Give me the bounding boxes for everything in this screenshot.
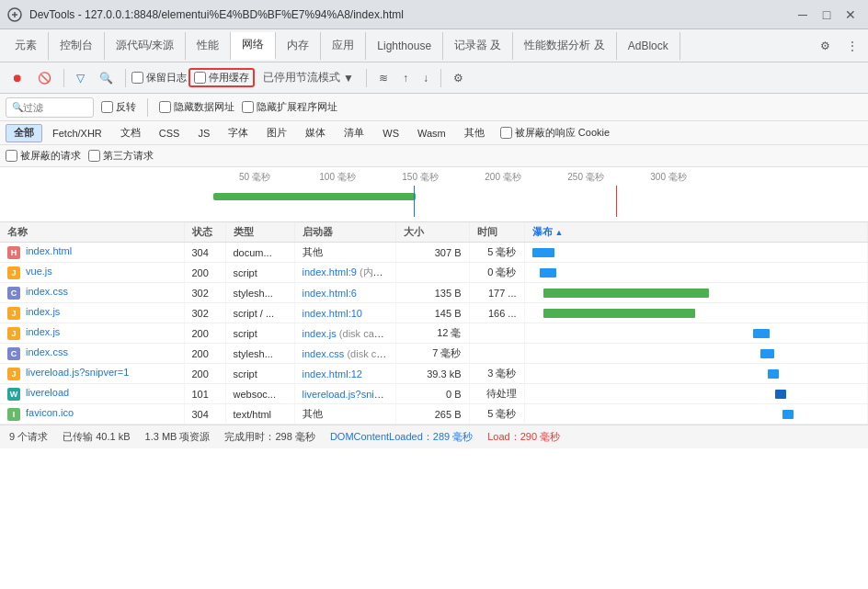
col-header-waterfall[interactable]: 瀑布 ▲ bbox=[524, 222, 868, 243]
tab-application[interactable]: 应用 bbox=[321, 32, 366, 60]
table-row[interactable]: J index.js 302 script / ... index.html:1… bbox=[0, 303, 868, 323]
file-name-link[interactable]: index.css bbox=[26, 346, 68, 357]
type-btn-media[interactable]: 媒体 bbox=[297, 124, 334, 142]
invert-toggle[interactable]: 反转 bbox=[101, 100, 136, 114]
network-table-wrap[interactable]: 名称 状态 类型 启动器 大小 时间 瀑布 ▲ H index.html 3 bbox=[0, 222, 868, 425]
type-btn-doc[interactable]: 文档 bbox=[112, 124, 149, 142]
tab-recorder[interactable]: 记录器 及 bbox=[443, 32, 513, 60]
more-options-button[interactable]: ⋮ bbox=[840, 34, 864, 58]
timeline: 50 毫秒 100 毫秒 150 毫秒 200 毫秒 250 毫秒 300 毫秒 bbox=[0, 167, 868, 222]
preserve-log-checkbox[interactable] bbox=[131, 72, 143, 84]
table-row[interactable]: I favicon.ico 304 text/html 其他 265 B 5 毫… bbox=[0, 404, 868, 425]
type-btn-css[interactable]: CSS bbox=[151, 124, 188, 142]
file-name-link[interactable]: index.css bbox=[26, 286, 68, 297]
third-party-toggle[interactable]: 第三方请求 bbox=[88, 149, 154, 163]
table-row[interactable]: H index.html 304 docum... 其他 307 B 5 毫秒 bbox=[0, 243, 868, 263]
file-name-link[interactable]: livereload.js?snipver=1 bbox=[26, 367, 129, 378]
type-text: text/html bbox=[234, 409, 272, 420]
col-header-status[interactable]: 状态 bbox=[184, 222, 225, 243]
tab-lighthouse[interactable]: Lighthouse bbox=[366, 32, 443, 60]
wifi-button[interactable]: ≋ bbox=[372, 66, 394, 90]
tab-elements[interactable]: 元素 bbox=[4, 32, 49, 60]
invert-checkbox[interactable] bbox=[101, 101, 113, 113]
tab-sources[interactable]: 源代码/来源 bbox=[105, 32, 186, 60]
settings-button[interactable]: ⚙ bbox=[814, 34, 837, 58]
type-btn-other[interactable]: 其他 bbox=[456, 124, 493, 142]
filter-input[interactable] bbox=[23, 102, 87, 113]
disable-cache-checkbox[interactable] bbox=[194, 72, 206, 84]
initiator-link[interactable]: index.html:12 bbox=[303, 368, 362, 379]
initiator-link[interactable]: index.html:10 bbox=[303, 308, 362, 319]
col-header-name[interactable]: 名称 bbox=[0, 222, 184, 243]
initiator-link[interactable]: index.html:9 bbox=[303, 266, 357, 278]
clear-button[interactable]: 🚫 bbox=[31, 66, 58, 90]
initiator-link[interactable]: index.js bbox=[303, 328, 337, 339]
type-btn-font[interactable]: 字体 bbox=[220, 124, 257, 142]
type-btn-wasm[interactable]: Wasm bbox=[409, 124, 454, 142]
initiator-link[interactable]: index.css bbox=[303, 348, 345, 359]
tab-performance[interactable]: 性能 bbox=[186, 32, 231, 60]
import-button[interactable]: ↑ bbox=[396, 66, 415, 90]
initiator-link[interactable]: livereload.js?snip… bbox=[303, 389, 390, 400]
type-btn-manifest[interactable]: 清单 bbox=[336, 124, 372, 142]
table-row[interactable]: W livereload 101 websoc... livereload.js… bbox=[0, 384, 868, 404]
type-btn-img[interactable]: 图片 bbox=[258, 124, 295, 142]
cell-status: 302 bbox=[184, 283, 225, 303]
disable-cache-toggle[interactable]: 停用缓存 bbox=[194, 71, 249, 85]
tab-network[interactable]: 网络 bbox=[231, 32, 276, 60]
col-header-time[interactable]: 时间 bbox=[469, 222, 524, 243]
close-button[interactable]: ✕ bbox=[840, 5, 861, 25]
tab-adblock[interactable]: AdBlock bbox=[617, 32, 680, 60]
search-button[interactable]: 🔍 bbox=[93, 66, 120, 90]
type-btn-ws[interactable]: WS bbox=[374, 124, 407, 142]
file-name-link[interactable]: index.js bbox=[26, 326, 60, 337]
minimize-button[interactable]: ─ bbox=[793, 5, 813, 25]
filter-button[interactable]: ▽ bbox=[70, 66, 91, 90]
file-name-link[interactable]: index.html bbox=[26, 245, 72, 256]
hide-ext-toggle[interactable]: 隐藏扩展程序网址 bbox=[242, 100, 337, 114]
network-settings-icon: ⚙ bbox=[453, 72, 463, 85]
col-header-size[interactable]: 大小 bbox=[395, 222, 469, 243]
blocked-cookie-checkbox[interactable] bbox=[500, 127, 512, 139]
table-row[interactable]: J vue.js 200 script index.html:9 (内存缓… 0… bbox=[0, 263, 868, 283]
preserve-log-toggle[interactable]: 保留日志 bbox=[131, 71, 187, 85]
file-name-link[interactable]: livereload bbox=[26, 387, 69, 398]
export-button[interactable]: ↓ bbox=[417, 66, 435, 90]
waterfall-bar bbox=[760, 349, 774, 358]
window-title: DevTools - 127.0.0.1:8848/elementui%E4%B… bbox=[29, 8, 785, 21]
waterfall-bar-wrap bbox=[532, 347, 861, 360]
col-header-type[interactable]: 类型 bbox=[225, 222, 294, 243]
maximize-button[interactable]: □ bbox=[817, 5, 837, 25]
file-name-link[interactable]: vue.js bbox=[26, 266, 52, 277]
blocked-cookie-toggle[interactable]: 被屏蔽的响应 Cookie bbox=[500, 126, 610, 140]
throttle-button[interactable]: 已停用节流模式 ▼ bbox=[257, 66, 360, 90]
preserve-log-label: 保留日志 bbox=[146, 71, 187, 85]
tl-label-4: 250 毫秒 bbox=[544, 171, 627, 184]
col-header-initiator[interactable]: 启动器 bbox=[294, 222, 395, 243]
blocked-requests-toggle[interactable]: 被屏蔽的请求 bbox=[6, 149, 81, 163]
cell-size: 265 B bbox=[395, 404, 469, 425]
finish-time: 完成用时：298 毫秒 bbox=[224, 430, 314, 444]
hide-data-urls-checkbox[interactable] bbox=[159, 101, 171, 113]
file-name-link[interactable]: favicon.ico bbox=[26, 407, 74, 418]
file-name-link[interactable]: index.js bbox=[26, 306, 60, 317]
table-row[interactable]: J index.js 200 script index.js (disk cac… bbox=[0, 323, 868, 344]
table-row[interactable]: C index.css 200 stylesh... index.css (di… bbox=[0, 344, 868, 364]
waterfall-bar bbox=[543, 289, 709, 298]
table-row[interactable]: J livereload.js?snipver=1 200 script ind… bbox=[0, 364, 868, 384]
tab-memory[interactable]: 内存 bbox=[276, 32, 321, 60]
type-btn-all[interactable]: 全部 bbox=[6, 124, 42, 142]
cell-time: 5 毫秒 bbox=[469, 404, 524, 425]
initiator-link[interactable]: index.html:6 bbox=[303, 288, 357, 299]
hide-ext-checkbox[interactable] bbox=[242, 101, 254, 113]
network-settings-button[interactable]: ⚙ bbox=[447, 66, 470, 90]
record-button[interactable]: ⏺ bbox=[6, 66, 29, 90]
type-btn-fetch[interactable]: Fetch/XHR bbox=[44, 124, 110, 142]
tab-perfdata[interactable]: 性能数据分析 及 bbox=[513, 32, 616, 60]
blocked-requests-checkbox[interactable] bbox=[6, 150, 17, 162]
hide-data-urls-toggle[interactable]: 隐藏数据网址 bbox=[159, 100, 234, 114]
tab-console[interactable]: 控制台 bbox=[49, 32, 105, 60]
third-party-checkbox[interactable] bbox=[88, 150, 100, 162]
type-btn-js[interactable]: JS bbox=[189, 124, 218, 142]
table-row[interactable]: C index.css 302 stylesh... index.html:6 … bbox=[0, 283, 868, 303]
